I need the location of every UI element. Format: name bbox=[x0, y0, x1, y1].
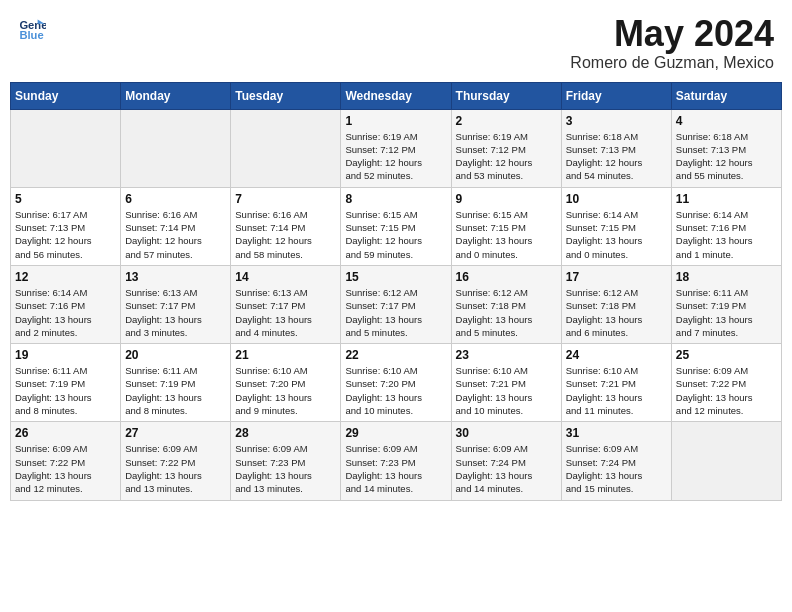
calendar-week-3: 12Sunrise: 6:14 AMSunset: 7:16 PMDayligh… bbox=[11, 265, 782, 343]
day-number: 25 bbox=[676, 348, 777, 362]
day-number: 24 bbox=[566, 348, 667, 362]
day-number: 14 bbox=[235, 270, 336, 284]
day-info: Sunrise: 6:10 AMSunset: 7:21 PMDaylight:… bbox=[456, 364, 557, 417]
header-sunday: Sunday bbox=[11, 82, 121, 109]
calendar-cell: 20Sunrise: 6:11 AMSunset: 7:19 PMDayligh… bbox=[121, 344, 231, 422]
calendar-cell: 25Sunrise: 6:09 AMSunset: 7:22 PMDayligh… bbox=[671, 344, 781, 422]
title-area: May 2024 Romero de Guzman, Mexico bbox=[570, 14, 774, 72]
calendar-cell: 13Sunrise: 6:13 AMSunset: 7:17 PMDayligh… bbox=[121, 265, 231, 343]
day-number: 16 bbox=[456, 270, 557, 284]
days-header-row: Sunday Monday Tuesday Wednesday Thursday… bbox=[11, 82, 782, 109]
day-number: 12 bbox=[15, 270, 116, 284]
day-info: Sunrise: 6:14 AMSunset: 7:15 PMDaylight:… bbox=[566, 208, 667, 261]
day-info: Sunrise: 6:16 AMSunset: 7:14 PMDaylight:… bbox=[235, 208, 336, 261]
day-info: Sunrise: 6:11 AMSunset: 7:19 PMDaylight:… bbox=[15, 364, 116, 417]
calendar-week-5: 26Sunrise: 6:09 AMSunset: 7:22 PMDayligh… bbox=[11, 422, 782, 500]
header-friday: Friday bbox=[561, 82, 671, 109]
calendar-cell: 15Sunrise: 6:12 AMSunset: 7:17 PMDayligh… bbox=[341, 265, 451, 343]
day-info: Sunrise: 6:10 AMSunset: 7:20 PMDaylight:… bbox=[345, 364, 446, 417]
day-info: Sunrise: 6:10 AMSunset: 7:21 PMDaylight:… bbox=[566, 364, 667, 417]
calendar-cell bbox=[11, 109, 121, 187]
calendar-cell: 28Sunrise: 6:09 AMSunset: 7:23 PMDayligh… bbox=[231, 422, 341, 500]
day-info: Sunrise: 6:09 AMSunset: 7:23 PMDaylight:… bbox=[345, 442, 446, 495]
calendar-cell: 22Sunrise: 6:10 AMSunset: 7:20 PMDayligh… bbox=[341, 344, 451, 422]
day-info: Sunrise: 6:09 AMSunset: 7:22 PMDaylight:… bbox=[15, 442, 116, 495]
day-number: 9 bbox=[456, 192, 557, 206]
day-info: Sunrise: 6:12 AMSunset: 7:18 PMDaylight:… bbox=[456, 286, 557, 339]
calendar-cell: 14Sunrise: 6:13 AMSunset: 7:17 PMDayligh… bbox=[231, 265, 341, 343]
day-info: Sunrise: 6:14 AMSunset: 7:16 PMDaylight:… bbox=[15, 286, 116, 339]
day-info: Sunrise: 6:14 AMSunset: 7:16 PMDaylight:… bbox=[676, 208, 777, 261]
month-year-title: May 2024 bbox=[570, 14, 774, 54]
calendar-body: 1Sunrise: 6:19 AMSunset: 7:12 PMDaylight… bbox=[11, 109, 782, 500]
day-number: 13 bbox=[125, 270, 226, 284]
calendar-cell: 6Sunrise: 6:16 AMSunset: 7:14 PMDaylight… bbox=[121, 187, 231, 265]
header-monday: Monday bbox=[121, 82, 231, 109]
calendar-cell: 7Sunrise: 6:16 AMSunset: 7:14 PMDaylight… bbox=[231, 187, 341, 265]
logo-icon: General Blue bbox=[18, 14, 46, 42]
calendar-cell: 10Sunrise: 6:14 AMSunset: 7:15 PMDayligh… bbox=[561, 187, 671, 265]
day-number: 22 bbox=[345, 348, 446, 362]
calendar-cell: 19Sunrise: 6:11 AMSunset: 7:19 PMDayligh… bbox=[11, 344, 121, 422]
calendar-cell: 12Sunrise: 6:14 AMSunset: 7:16 PMDayligh… bbox=[11, 265, 121, 343]
calendar-cell: 29Sunrise: 6:09 AMSunset: 7:23 PMDayligh… bbox=[341, 422, 451, 500]
header-thursday: Thursday bbox=[451, 82, 561, 109]
calendar-cell: 8Sunrise: 6:15 AMSunset: 7:15 PMDaylight… bbox=[341, 187, 451, 265]
day-info: Sunrise: 6:16 AMSunset: 7:14 PMDaylight:… bbox=[125, 208, 226, 261]
day-info: Sunrise: 6:11 AMSunset: 7:19 PMDaylight:… bbox=[676, 286, 777, 339]
calendar-cell: 3Sunrise: 6:18 AMSunset: 7:13 PMDaylight… bbox=[561, 109, 671, 187]
day-number: 27 bbox=[125, 426, 226, 440]
day-info: Sunrise: 6:09 AMSunset: 7:24 PMDaylight:… bbox=[456, 442, 557, 495]
day-number: 23 bbox=[456, 348, 557, 362]
day-info: Sunrise: 6:15 AMSunset: 7:15 PMDaylight:… bbox=[345, 208, 446, 261]
day-number: 19 bbox=[15, 348, 116, 362]
calendar-cell: 27Sunrise: 6:09 AMSunset: 7:22 PMDayligh… bbox=[121, 422, 231, 500]
day-number: 4 bbox=[676, 114, 777, 128]
calendar-cell: 23Sunrise: 6:10 AMSunset: 7:21 PMDayligh… bbox=[451, 344, 561, 422]
day-info: Sunrise: 6:19 AMSunset: 7:12 PMDaylight:… bbox=[345, 130, 446, 183]
day-number: 18 bbox=[676, 270, 777, 284]
day-info: Sunrise: 6:09 AMSunset: 7:24 PMDaylight:… bbox=[566, 442, 667, 495]
calendar-cell: 9Sunrise: 6:15 AMSunset: 7:15 PMDaylight… bbox=[451, 187, 561, 265]
calendar-cell: 2Sunrise: 6:19 AMSunset: 7:12 PMDaylight… bbox=[451, 109, 561, 187]
calendar-cell bbox=[231, 109, 341, 187]
day-info: Sunrise: 6:18 AMSunset: 7:13 PMDaylight:… bbox=[676, 130, 777, 183]
day-number: 3 bbox=[566, 114, 667, 128]
header-wednesday: Wednesday bbox=[341, 82, 451, 109]
header-tuesday: Tuesday bbox=[231, 82, 341, 109]
svg-text:Blue: Blue bbox=[19, 29, 43, 41]
calendar-cell: 17Sunrise: 6:12 AMSunset: 7:18 PMDayligh… bbox=[561, 265, 671, 343]
calendar-cell: 30Sunrise: 6:09 AMSunset: 7:24 PMDayligh… bbox=[451, 422, 561, 500]
calendar-cell: 16Sunrise: 6:12 AMSunset: 7:18 PMDayligh… bbox=[451, 265, 561, 343]
day-info: Sunrise: 6:13 AMSunset: 7:17 PMDaylight:… bbox=[125, 286, 226, 339]
day-info: Sunrise: 6:15 AMSunset: 7:15 PMDaylight:… bbox=[456, 208, 557, 261]
calendar-cell: 11Sunrise: 6:14 AMSunset: 7:16 PMDayligh… bbox=[671, 187, 781, 265]
calendar-week-2: 5Sunrise: 6:17 AMSunset: 7:13 PMDaylight… bbox=[11, 187, 782, 265]
location-subtitle: Romero de Guzman, Mexico bbox=[570, 54, 774, 72]
calendar-week-1: 1Sunrise: 6:19 AMSunset: 7:12 PMDaylight… bbox=[11, 109, 782, 187]
day-number: 8 bbox=[345, 192, 446, 206]
day-number: 10 bbox=[566, 192, 667, 206]
day-number: 1 bbox=[345, 114, 446, 128]
day-number: 30 bbox=[456, 426, 557, 440]
day-info: Sunrise: 6:13 AMSunset: 7:17 PMDaylight:… bbox=[235, 286, 336, 339]
day-info: Sunrise: 6:12 AMSunset: 7:18 PMDaylight:… bbox=[566, 286, 667, 339]
logo: General Blue bbox=[18, 14, 46, 42]
day-number: 20 bbox=[125, 348, 226, 362]
day-number: 2 bbox=[456, 114, 557, 128]
calendar-cell: 18Sunrise: 6:11 AMSunset: 7:19 PMDayligh… bbox=[671, 265, 781, 343]
calendar-cell: 21Sunrise: 6:10 AMSunset: 7:20 PMDayligh… bbox=[231, 344, 341, 422]
day-info: Sunrise: 6:09 AMSunset: 7:22 PMDaylight:… bbox=[676, 364, 777, 417]
day-number: 7 bbox=[235, 192, 336, 206]
calendar-cell: 31Sunrise: 6:09 AMSunset: 7:24 PMDayligh… bbox=[561, 422, 671, 500]
day-number: 26 bbox=[15, 426, 116, 440]
calendar-cell: 24Sunrise: 6:10 AMSunset: 7:21 PMDayligh… bbox=[561, 344, 671, 422]
day-number: 31 bbox=[566, 426, 667, 440]
day-number: 6 bbox=[125, 192, 226, 206]
day-number: 29 bbox=[345, 426, 446, 440]
day-number: 15 bbox=[345, 270, 446, 284]
day-info: Sunrise: 6:09 AMSunset: 7:22 PMDaylight:… bbox=[125, 442, 226, 495]
calendar-table: Sunday Monday Tuesday Wednesday Thursday… bbox=[10, 82, 782, 501]
day-info: Sunrise: 6:10 AMSunset: 7:20 PMDaylight:… bbox=[235, 364, 336, 417]
day-number: 28 bbox=[235, 426, 336, 440]
